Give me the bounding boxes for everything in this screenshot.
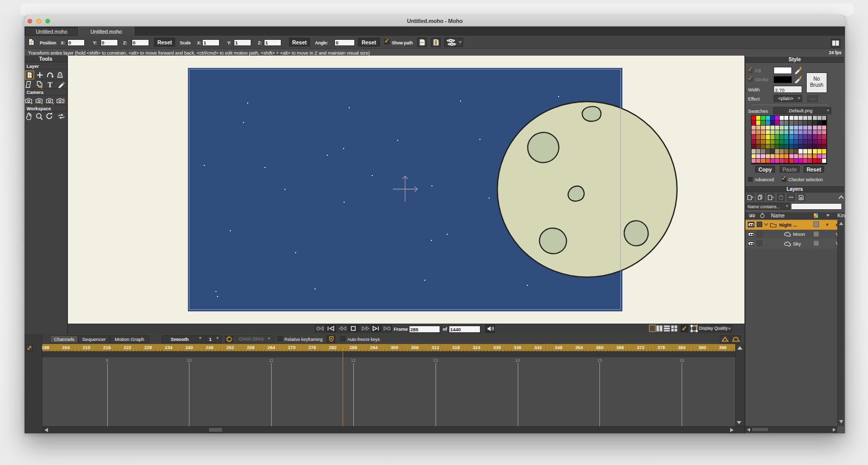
svg-text:T: T (47, 81, 53, 89)
svg-text:Display Quality: Display Quality (699, 326, 728, 331)
svg-text:Name: Name (771, 213, 785, 218)
svg-text:Kind: Kind (837, 213, 846, 218)
svg-text:✓: ✓ (682, 325, 687, 332)
